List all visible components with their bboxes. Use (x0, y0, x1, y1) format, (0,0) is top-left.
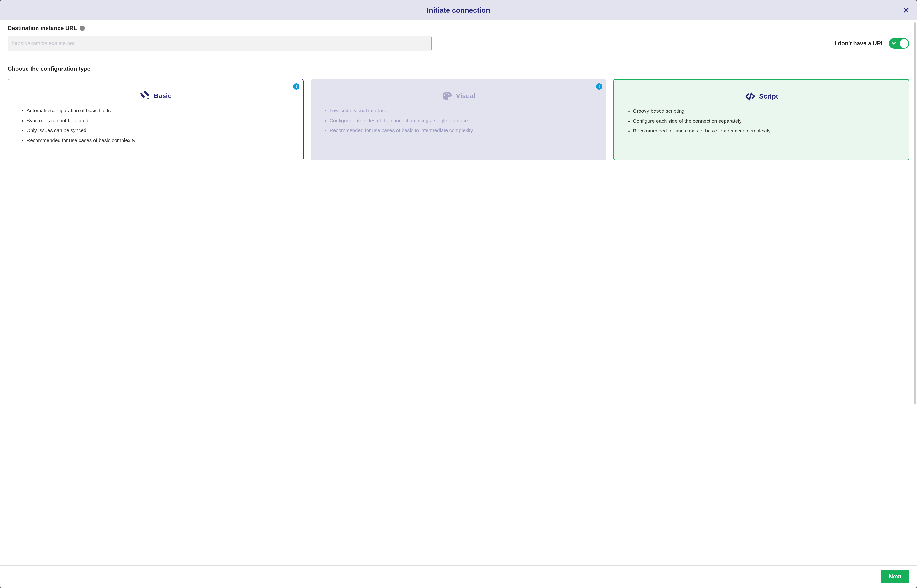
card-head: Script (621, 91, 902, 102)
toggle-knob (900, 39, 908, 48)
scrollbar[interactable] (914, 23, 916, 404)
url-label-text: Destination instance URL (8, 25, 77, 32)
card-head: Basic (15, 90, 297, 102)
svg-line-7 (749, 93, 751, 100)
card-list: Automatic configuration of basic fields … (15, 107, 297, 144)
card-list: Low-code, visual interface Configure bot… (318, 107, 600, 134)
list-item: Automatic configuration of basic fields (26, 107, 294, 114)
svg-point-6 (448, 93, 450, 95)
list-item: Configure each side of the connection se… (633, 117, 899, 125)
modal-header: Initiate connection ✕ (0, 0, 917, 20)
list-item: Sync rules cannot be edited (26, 117, 294, 124)
card-title: Visual (456, 92, 475, 100)
code-icon (745, 91, 756, 102)
list-item: Groovy-based scripting (633, 107, 899, 115)
no-url-toggle-wrap: I don't have a URL (835, 38, 909, 49)
magic-wand-icon (139, 90, 150, 102)
list-item: Only Issues can be synced (26, 126, 294, 134)
info-icon[interactable]: i (79, 26, 85, 31)
card-title: Basic (154, 92, 172, 100)
no-url-toggle[interactable] (889, 38, 909, 49)
check-icon (892, 40, 897, 47)
svg-point-4 (444, 94, 446, 96)
config-type-cards: ! Basic (8, 79, 909, 160)
url-field-label: Destination instance URL i (8, 25, 909, 32)
config-card-basic[interactable]: ! Basic (8, 79, 304, 160)
card-head: Visual (318, 90, 600, 102)
svg-point-5 (446, 93, 447, 94)
palette-icon (442, 90, 453, 102)
destination-url-input[interactable] (8, 36, 432, 51)
info-badge-icon[interactable]: ! (596, 83, 602, 89)
svg-rect-0 (144, 90, 149, 96)
list-item: Recommended for use cases of basic compl… (26, 137, 294, 144)
close-icon: ✕ (903, 6, 909, 15)
list-item: Recommended for use cases of basic to ad… (633, 127, 899, 135)
next-button[interactable]: Next (881, 570, 909, 583)
list-item: Configure both sides of the connection u… (330, 117, 597, 124)
list-item: Low-code, visual interface (330, 107, 597, 114)
no-url-toggle-label: I don't have a URL (835, 40, 885, 47)
svg-marker-3 (147, 97, 149, 100)
initiate-connection-modal: Initiate connection ✕ Destination instan… (0, 0, 917, 588)
config-card-script[interactable]: Script Groovy-based scripting Configure … (613, 79, 909, 160)
url-row: I don't have a URL (8, 36, 909, 51)
list-item: Recommended for use cases of basic to in… (330, 126, 597, 134)
card-list: Groovy-based scripting Configure each si… (621, 107, 902, 135)
modal-title: Initiate connection (427, 6, 490, 15)
modal-body: Destination instance URL i I don't have … (0, 20, 917, 565)
close-button[interactable]: ✕ (903, 6, 909, 14)
card-title: Script (759, 93, 778, 100)
config-card-visual[interactable]: ! Visual Low-code, visual interface (311, 79, 606, 160)
modal-footer: Next (0, 565, 917, 588)
info-badge-icon[interactable]: ! (293, 83, 299, 89)
config-type-label: Choose the configuration type (8, 65, 909, 72)
